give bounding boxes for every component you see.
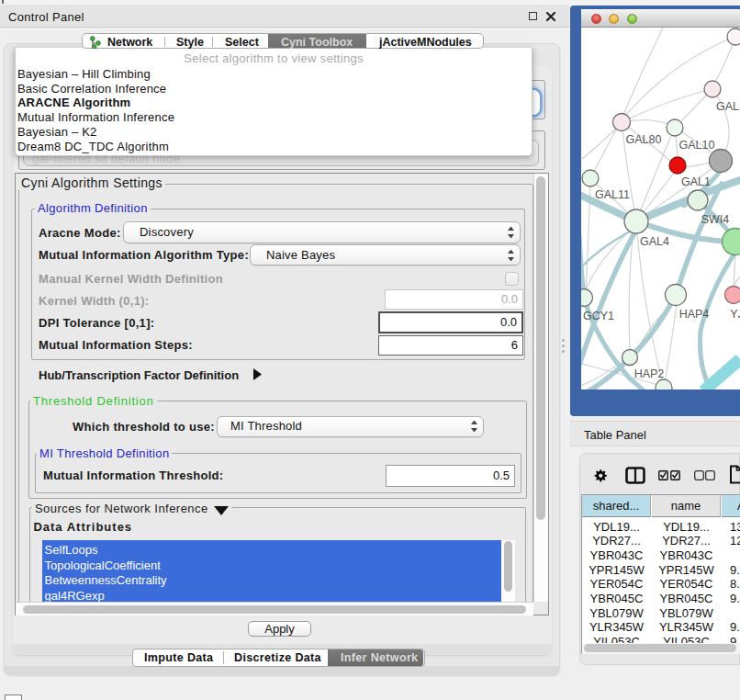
svg-text:GAL2: GAL2	[716, 100, 740, 113]
svg-text:GAL80: GAL80	[626, 133, 662, 146]
svg-text:HAP2: HAP2	[634, 367, 665, 380]
svg-text:SWI4: SWI4	[701, 213, 730, 226]
svg-text:HAP4: HAP4	[679, 308, 710, 321]
svg-text:GAL10: GAL10	[679, 139, 715, 152]
svg-text:GCY1: GCY1	[583, 310, 614, 322]
svg-text:GAL1: GAL1	[681, 175, 711, 188]
svg-text:GAL11: GAL11	[595, 188, 630, 201]
svg-text:GAL4: GAL4	[640, 235, 669, 248]
svg-text:YJL052C: YJL052C	[730, 308, 740, 321]
